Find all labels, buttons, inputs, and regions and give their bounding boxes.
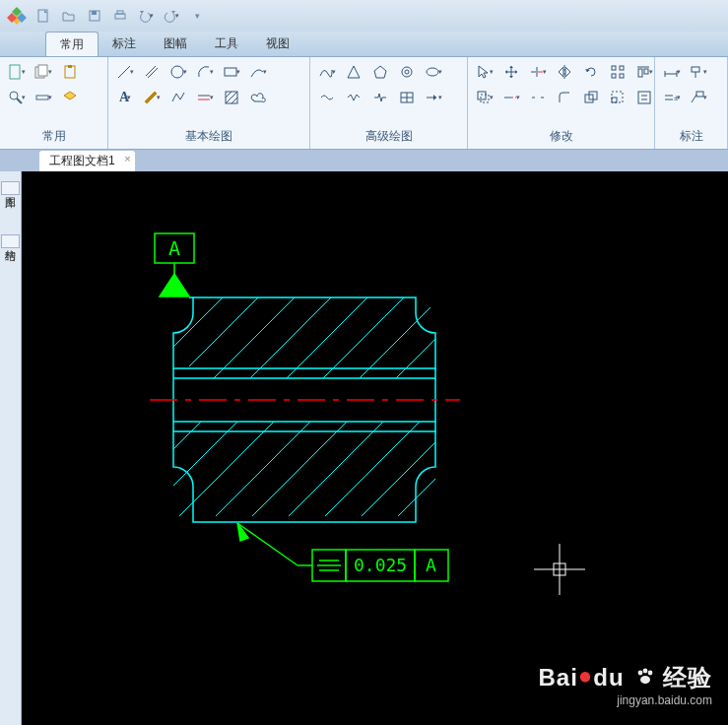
mirror-icon[interactable] bbox=[554, 61, 575, 83]
svg-rect-7 bbox=[38, 65, 47, 76]
zigzag-icon[interactable] bbox=[343, 87, 364, 108]
table-icon[interactable] bbox=[396, 87, 418, 108]
extend-icon[interactable]: ▾ bbox=[500, 87, 522, 108]
align-icon[interactable]: ▾ bbox=[633, 61, 655, 83]
qat-print-icon[interactable] bbox=[110, 6, 130, 26]
dropdown-icon: ▾ bbox=[150, 12, 154, 20]
svg-rect-45 bbox=[481, 95, 489, 102]
watermark-dot-icon: ● bbox=[578, 662, 594, 689]
select-icon[interactable]: ▾ bbox=[474, 61, 496, 83]
svg-text:0.025: 0.025 bbox=[354, 555, 407, 575]
polyline-icon[interactable] bbox=[167, 87, 189, 108]
svg-rect-54 bbox=[638, 92, 650, 103]
trim-icon[interactable]: ▾ bbox=[527, 61, 549, 83]
svg-point-25 bbox=[405, 70, 409, 74]
arrow-icon[interactable]: ▾ bbox=[423, 87, 444, 108]
scale-icon[interactable] bbox=[607, 87, 629, 108]
svg-rect-40 bbox=[620, 74, 624, 78]
dim-linear-icon[interactable]: ▾ bbox=[661, 61, 683, 83]
svg-line-82 bbox=[289, 422, 383, 516]
svg-line-66 bbox=[692, 95, 696, 102]
svg-line-80 bbox=[216, 422, 310, 516]
cloud-icon[interactable] bbox=[247, 87, 269, 108]
svg-point-26 bbox=[427, 68, 438, 76]
gear-icon[interactable] bbox=[396, 61, 418, 83]
arc-icon[interactable]: ▾ bbox=[194, 61, 216, 83]
menu-common[interactable]: 常用 bbox=[45, 32, 99, 56]
qat-redo-icon[interactable]: ▾ bbox=[162, 6, 181, 26]
triangle-icon[interactable] bbox=[343, 61, 364, 83]
qat-open-icon[interactable] bbox=[59, 6, 79, 26]
dropdown-icon: ▾ bbox=[175, 12, 179, 20]
svg-rect-65 bbox=[696, 92, 703, 97]
spline-icon[interactable]: ▾ bbox=[316, 61, 338, 83]
pan-icon[interactable]: ▾ bbox=[33, 87, 54, 108]
copy2-icon[interactable] bbox=[580, 87, 602, 108]
break-icon[interactable] bbox=[369, 87, 391, 108]
ribbon-group-label: 常用 bbox=[6, 126, 101, 149]
menu-annotation[interactable]: 标注 bbox=[99, 32, 150, 56]
copy-icon[interactable]: ▾ bbox=[33, 61, 54, 83]
workspace: 图库 结构 bbox=[0, 171, 728, 725]
offset-icon[interactable]: ▾ bbox=[474, 87, 496, 108]
svg-line-23 bbox=[232, 98, 237, 103]
svg-point-24 bbox=[402, 67, 412, 77]
svg-line-75 bbox=[323, 297, 404, 378]
dim-coord-icon[interactable]: ▾ bbox=[688, 61, 709, 83]
layers-icon[interactable] bbox=[59, 87, 81, 108]
document-tab[interactable]: 工程图文档1 × bbox=[39, 151, 135, 171]
watermark: Bai●du 经验 jingyan.baidu.com bbox=[538, 662, 712, 707]
qat-save-icon[interactable] bbox=[85, 6, 104, 26]
side-tab-structure[interactable]: 结构 bbox=[1, 234, 20, 248]
close-icon[interactable]: × bbox=[124, 153, 130, 165]
wave-icon[interactable] bbox=[316, 87, 338, 108]
menu-tools[interactable]: 工具 bbox=[201, 32, 252, 56]
title-bar: ▾ ▾ ▾ bbox=[0, 0, 728, 32]
menu-frame[interactable]: 图幅 bbox=[150, 32, 201, 56]
qat-new-icon[interactable] bbox=[33, 6, 53, 26]
side-panel: 图库 结构 bbox=[0, 171, 22, 725]
break2-icon[interactable] bbox=[527, 87, 549, 108]
drawing-canvas[interactable]: A 0.025 A bbox=[22, 171, 728, 725]
properties-icon[interactable] bbox=[633, 87, 655, 108]
qat-undo-icon[interactable]: ▾ bbox=[136, 6, 156, 26]
ribbon-group-label: 基本绘图 bbox=[114, 126, 303, 149]
array-icon[interactable] bbox=[607, 61, 629, 83]
svg-rect-37 bbox=[612, 66, 616, 70]
tolerance-icon[interactable]: ±▾ bbox=[661, 87, 683, 108]
sketch-icon[interactable]: ▾ bbox=[141, 87, 163, 108]
spline-arc-icon[interactable]: ▾ bbox=[247, 61, 269, 83]
zoom-icon[interactable]: ▾ bbox=[6, 87, 28, 108]
parallel-icon[interactable] bbox=[141, 61, 163, 83]
menu-view[interactable]: 视图 bbox=[252, 32, 303, 56]
rotate-icon[interactable] bbox=[580, 61, 602, 83]
svg-line-78 bbox=[173, 297, 223, 347]
svg-point-16 bbox=[171, 66, 183, 78]
fillet-icon[interactable] bbox=[554, 87, 575, 108]
leader-icon[interactable]: ▾ bbox=[688, 87, 709, 108]
svg-line-83 bbox=[325, 422, 420, 516]
ribbon-group-label: 标注 bbox=[661, 126, 721, 149]
rectangle-icon[interactable]: ▾ bbox=[221, 61, 242, 83]
paste-icon[interactable] bbox=[59, 61, 81, 83]
ellipse-icon[interactable]: ▾ bbox=[423, 61, 444, 83]
text-icon[interactable]: A▾ bbox=[114, 87, 136, 108]
svg-rect-2 bbox=[92, 11, 97, 15]
equiline-icon[interactable]: ▾ bbox=[194, 87, 216, 108]
new-doc-icon[interactable]: ▾ bbox=[6, 61, 28, 83]
svg-rect-17 bbox=[225, 68, 236, 76]
ribbon: ▾ ▾ ▾ ▾ 常用 ▾ ▾ ▾ ▾ ▾ A▾ ▾ bbox=[0, 57, 728, 150]
line-icon[interactable]: ▾ bbox=[114, 61, 136, 83]
svg-line-85 bbox=[398, 479, 435, 516]
qat-more-icon[interactable]: ▾ bbox=[187, 6, 207, 26]
hatch-icon[interactable] bbox=[221, 87, 242, 108]
side-tab-library[interactable]: 图库 bbox=[1, 181, 20, 195]
menu-bar: 常用 标注 图幅 工具 视图 bbox=[0, 32, 728, 57]
move-icon[interactable] bbox=[500, 61, 522, 83]
svg-text:A: A bbox=[168, 236, 180, 260]
polygon-icon[interactable] bbox=[369, 61, 391, 83]
circle-icon[interactable]: ▾ bbox=[167, 61, 189, 83]
svg-rect-3 bbox=[115, 14, 125, 19]
svg-line-22 bbox=[226, 92, 237, 103]
svg-line-72 bbox=[214, 297, 295, 378]
